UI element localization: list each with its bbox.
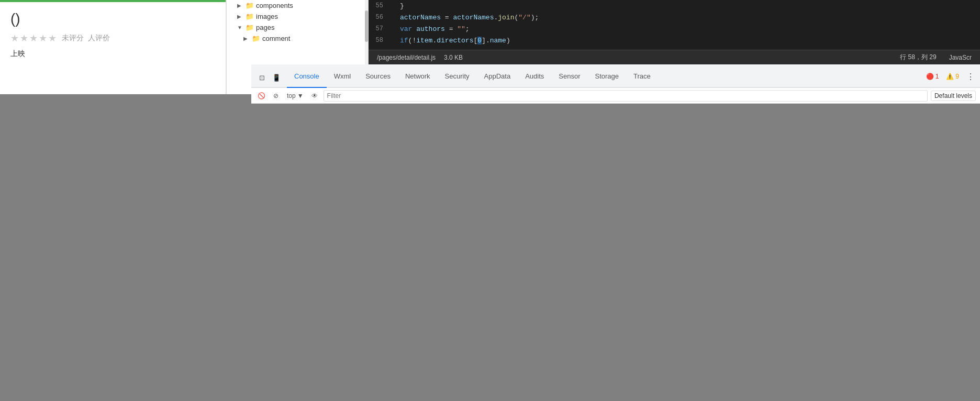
line-number: 55 — [369, 2, 389, 9]
tab-sources[interactable]: Sources — [358, 65, 398, 88]
chevron-right-icon: ▶ — [243, 36, 250, 41]
file-path: /pages/detail/detail.js — [377, 54, 436, 61]
error-icon: 🔴 — [926, 73, 934, 80]
filter-input[interactable] — [324, 90, 928, 102]
code-content: } — [400, 2, 404, 10]
language-indicator: JavaScr — [949, 54, 972, 61]
warn-icon: ⚠️ — [946, 73, 954, 80]
rating-label: 未评分 — [62, 34, 84, 43]
folder-icon: 📁 — [252, 35, 260, 42]
tab-trace[interactable]: Trace — [626, 65, 658, 88]
scrollbar-thumb[interactable] — [365, 10, 368, 42]
dropdown-arrow-icon: ▼ — [297, 92, 304, 99]
chevron-down-icon: ▼ — [237, 25, 243, 30]
inspector-icon[interactable]: ⊡ — [255, 71, 268, 84]
filter-toggle-button[interactable]: ⊘ — [270, 90, 282, 102]
file-tree-item-pages[interactable]: ▼ 📁 pages — [227, 22, 368, 33]
tab-wxml[interactable]: Wxml — [327, 65, 359, 88]
top-selector[interactable]: top ▼ — [285, 92, 306, 99]
rating-row: ★★★★★ 未评分 人评价 — [10, 32, 215, 44]
editor-status-bar: /pages/detail/detail.js 3.0 KB 行 58，列 29… — [369, 50, 980, 64]
toolbar-icons: ⊡ 📱 — [253, 71, 287, 87]
code-content: actorNames = actorNames.join("/"); — [400, 14, 539, 21]
device-icon[interactable]: 📱 — [270, 71, 283, 84]
file-tree-label: comment — [262, 35, 290, 42]
code-line-56: 56 actorNames = actorNames.join("/"); — [369, 12, 980, 23]
file-tree-label: pages — [256, 24, 274, 31]
file-tree-label: components — [256, 2, 293, 9]
code-line-58: 58 if(!item.directors[0].name) — [369, 35, 980, 46]
tab-sensor[interactable]: Sensor — [551, 65, 587, 88]
line-number: 58 — [369, 37, 389, 44]
code-line-57: 57 var authors = ""; — [369, 23, 980, 35]
clear-console-button[interactable]: 🚫 — [255, 90, 267, 102]
gray-right-background — [251, 104, 980, 401]
devtools-right-icons: 🔴 1 ⚠️ 9 ⋮ — [923, 69, 978, 87]
tab-storage[interactable]: Storage — [588, 65, 627, 88]
rating-action: 人评价 — [88, 34, 110, 43]
top-label: top — [287, 92, 296, 99]
star-rating: ★★★★★ — [10, 32, 58, 44]
file-size: 3.0 KB — [444, 54, 463, 61]
tab-network[interactable]: Network — [398, 65, 438, 88]
warn-count: 9 — [955, 73, 959, 80]
release-label: 上映 — [10, 49, 215, 59]
console-filter-bar: 🚫 ⊘ top ▼ 👁 Default levels — [251, 88, 980, 104]
cursor-position: 行 58，列 29 — [900, 53, 936, 62]
file-tree-item-components[interactable]: ▶ 📁 components — [227, 0, 368, 11]
tab-console[interactable]: Console — [287, 65, 327, 88]
folder-icon: 📁 — [246, 2, 254, 9]
code-content: if(!item.directors[0].name) — [400, 37, 510, 44]
chevron-right-icon: ▶ — [237, 14, 243, 19]
default-levels-button[interactable]: Default levels — [931, 91, 976, 101]
folder-icon: 📁 — [246, 13, 254, 20]
code-line-55: 55 } — [369, 0, 980, 12]
error-count: 1 — [936, 73, 939, 80]
file-tree-item-comment[interactable]: ▶ 📁 comment — [227, 33, 368, 44]
file-tree-item-images[interactable]: ▶ 📁 images — [227, 11, 368, 22]
line-number: 57 — [369, 25, 389, 32]
gray-left-background — [0, 94, 251, 401]
eye-icon[interactable]: 👁 — [309, 90, 320, 102]
code-content: var authors = ""; — [400, 25, 470, 33]
error-count-badge[interactable]: 🔴 1 — [923, 72, 942, 81]
chevron-right-icon: ▶ — [237, 3, 243, 8]
folder-icon: 📁 — [246, 24, 254, 31]
tab-audits[interactable]: Audits — [518, 65, 551, 88]
line-number: 56 — [369, 14, 389, 21]
more-options-icon[interactable]: ⋮ — [963, 69, 978, 84]
tab-security[interactable]: Security — [438, 65, 477, 88]
tab-appdata[interactable]: AppData — [477, 65, 518, 88]
app-title: () — [10, 10, 215, 27]
warn-count-badge[interactable]: ⚠️ 9 — [943, 72, 962, 81]
file-tree-label: images — [256, 13, 278, 20]
devtools-tab-bar: ⊡ 📱 Console Wxml Sources Network Securit… — [251, 64, 980, 88]
app-preview-panel: () ★★★★★ 未评分 人评价 上映 — [0, 0, 226, 94]
